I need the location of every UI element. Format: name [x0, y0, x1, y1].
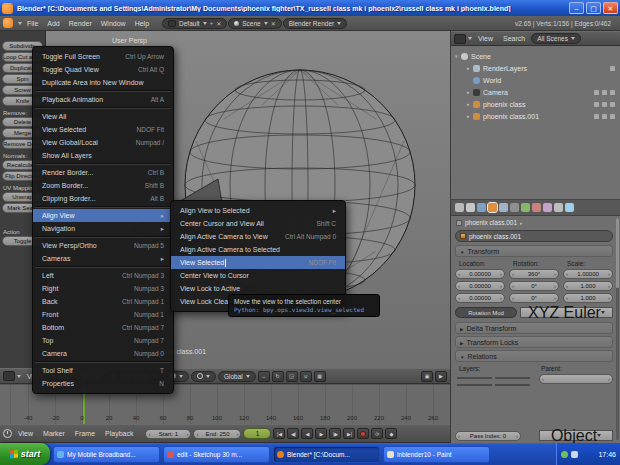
menu-item-top[interactable]: TopNumpad 7: [33, 334, 173, 347]
outliner-row-phoenix-class-001[interactable]: ▸ phoenix class.001: [455, 110, 617, 122]
properties-tab-scene-icon[interactable]: [466, 203, 475, 212]
menu-item-view-persp-ortho[interactable]: View Persp/OrthoNumpad 5: [33, 239, 173, 252]
taskbar-task-blender[interactable]: Blender* [C:\Docum...: [273, 446, 380, 463]
layers-grid-right[interactable]: [495, 374, 530, 388]
menu-item-bottom[interactable]: BottomCtrl Numpad 7: [33, 321, 173, 334]
properties-tab-data-icon[interactable]: [521, 203, 530, 212]
menu-item-center-view-to-cursor[interactable]: Center View to Cursor: [171, 269, 345, 282]
outliner-row-camera[interactable]: ▸ Camera: [455, 86, 617, 98]
outliner-display-selector[interactable]: All Scenes: [531, 33, 581, 44]
manipulator-rotate-icon[interactable]: ↻: [272, 371, 284, 382]
rotation-x-field[interactable]: 360°: [509, 269, 559, 279]
close-button[interactable]: ✕: [603, 2, 618, 14]
menu-item-cameras[interactable]: Cameras: [33, 252, 173, 265]
tray-status-icon[interactable]: [561, 451, 568, 458]
properties-tab-object-icon[interactable]: [488, 203, 497, 212]
scale-y-field[interactable]: 1.000: [563, 281, 613, 291]
editor-type-icon[interactable]: [3, 371, 15, 381]
location-x-field[interactable]: 0.00000: [455, 269, 505, 279]
rotation-z-field[interactable]: 0°: [509, 293, 559, 303]
rotation-mode-selector[interactable]: XYZ Euler: [520, 307, 613, 318]
render-toggle-icon[interactable]: [610, 66, 615, 71]
start-button[interactable]: start: [0, 443, 50, 465]
properties-tab-render-icon[interactable]: [455, 203, 464, 212]
render-engine-selector[interactable]: Blender Render: [283, 18, 348, 29]
timeline-menu-playback[interactable]: Playback: [101, 430, 137, 437]
next-keyframe-icon[interactable]: |▶: [329, 428, 341, 439]
frame-start-field[interactable]: Start: 1: [145, 429, 191, 439]
play-reverse-icon[interactable]: ◀: [301, 428, 313, 439]
pivot-selector[interactable]: [191, 371, 216, 382]
menu-item-navigation[interactable]: Navigation: [33, 222, 173, 235]
jump-to-end-icon[interactable]: ▶|: [343, 428, 355, 439]
sync-icon[interactable]: ⟳: [371, 428, 383, 439]
snap-magnet-icon[interactable]: ∪: [300, 371, 312, 382]
outliner-menu-search[interactable]: Search: [499, 35, 529, 42]
selectability-toggle-icon[interactable]: [602, 114, 607, 119]
menu-add[interactable]: Add: [43, 20, 63, 27]
add-layout-icon[interactable]: +: [210, 20, 214, 26]
layers-grid-left[interactable]: [457, 374, 492, 388]
timeline-menu-view[interactable]: View: [14, 430, 37, 437]
location-z-field[interactable]: 0.00000: [455, 293, 505, 303]
menu-item-zoom-border[interactable]: Zoom Border...Shift B: [33, 179, 173, 192]
properties-tab-world-icon[interactable]: [477, 203, 486, 212]
menu-item-camera[interactable]: CameraNumpad 0: [33, 347, 173, 360]
menu-item-align-active-camera-to-selected[interactable]: Align Active Camera to Selected: [171, 243, 345, 256]
outliner-row-phoenix-class[interactable]: ▸ phoenix class: [455, 98, 617, 110]
parent-field[interactable]: [539, 374, 613, 384]
screen-layout-selector[interactable]: Default + ✕: [162, 18, 227, 29]
manipulator-scale-icon[interactable]: ◲: [286, 371, 298, 382]
frame-end-field[interactable]: End: 250: [193, 429, 241, 439]
render-opengl-anim-icon[interactable]: ▶: [435, 371, 447, 382]
outliner-row-scene[interactable]: ▾ Scene: [455, 50, 617, 62]
menu-item-toggle-quad-view[interactable]: Toggle Quad ViewCtrl Alt Q: [33, 63, 173, 76]
menu-item-view-selected[interactable]: View SelectedNDOF Fit: [33, 123, 173, 136]
menu-item-show-all-layers[interactable]: Show All Layers: [33, 149, 173, 162]
properties-tab-material-icon[interactable]: [532, 203, 541, 212]
menu-item-back[interactable]: BackCtrl Numpad 1: [33, 295, 173, 308]
menu-item-toggle-full-screen[interactable]: Toggle Full ScreenCtrl Up Arrow: [33, 50, 173, 63]
minimize-button[interactable]: –: [569, 2, 584, 14]
taskbar-task-paint[interactable]: inblender10 - Paint: [383, 446, 490, 463]
rotation-y-field[interactable]: 0°: [509, 281, 559, 291]
menu-item-duplicate-area[interactable]: Duplicate Area into New Window: [33, 76, 173, 89]
tray-volume-icon[interactable]: [571, 451, 578, 458]
visibility-toggle-icon[interactable]: [594, 90, 599, 95]
transform-locks-section[interactable]: Transform Locks: [455, 336, 613, 348]
pass-index-field[interactable]: Pass Index: 0: [455, 431, 521, 441]
menu-item-align-view-to-selected[interactable]: Align View to Selected: [171, 204, 345, 217]
keying-set-icon[interactable]: ◆: [385, 428, 397, 439]
menu-file[interactable]: File: [23, 20, 42, 27]
previous-keyframe-icon[interactable]: ◀|: [287, 428, 299, 439]
current-frame-field[interactable]: 1: [243, 428, 271, 439]
menu-window[interactable]: Window: [97, 20, 130, 27]
menu-item-properties[interactable]: PropertiesN: [33, 377, 173, 390]
menu-item-playback-animation[interactable]: Playback AnimationAlt A: [33, 93, 173, 106]
remove-scene-icon[interactable]: ✕: [271, 20, 276, 27]
play-icon[interactable]: ▶: [315, 428, 327, 439]
properties-tab-physics-icon[interactable]: [565, 203, 574, 212]
relations-section[interactable]: Relations: [455, 350, 613, 362]
properties-tab-particles-icon[interactable]: [554, 203, 563, 212]
outliner-editor-icon[interactable]: [454, 34, 466, 44]
render-toggle-icon[interactable]: [610, 102, 615, 107]
scale-z-field[interactable]: 1.000: [563, 293, 613, 303]
selectability-toggle-icon[interactable]: [602, 102, 607, 107]
menu-item-align-active-camera-to-view[interactable]: Align Active Camera to ViewCtrl Alt Nump…: [171, 230, 345, 243]
render-toggle-icon[interactable]: [610, 90, 615, 95]
remove-layout-icon[interactable]: ✕: [216, 20, 221, 27]
timeline-menu-marker[interactable]: Marker: [39, 430, 69, 437]
outliner-menu-view[interactable]: View: [474, 35, 497, 42]
delta-transform-section[interactable]: Delta Transform: [455, 322, 613, 334]
location-y-field[interactable]: 0.00000: [455, 281, 505, 291]
outliner-row-renderlayers[interactable]: ▸ RenderLayers: [455, 62, 617, 74]
record-icon[interactable]: [357, 428, 369, 439]
blender-menu-icon[interactable]: [3, 18, 13, 28]
visibility-toggle-icon[interactable]: [594, 114, 599, 119]
snap-element-icon[interactable]: ▦: [314, 371, 326, 382]
menu-item-view-global-local[interactable]: View Global/LocalNumpad /: [33, 136, 173, 149]
render-toggle-icon[interactable]: [610, 114, 615, 119]
selectability-toggle-icon[interactable]: [602, 90, 607, 95]
menu-item-center-cursor-view-all[interactable]: Center Cursor and View AllShift C: [171, 217, 345, 230]
